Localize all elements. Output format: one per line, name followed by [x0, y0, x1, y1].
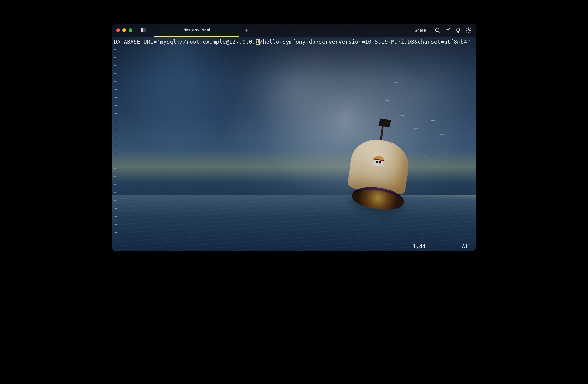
vim-empty-line: ~ [113, 173, 475, 181]
gear-icon[interactable] [466, 27, 472, 33]
vim-empty-line: ~ [113, 117, 475, 125]
vim-status-line: 1,44 All [113, 242, 475, 251]
vim-empty-line: ~ [113, 205, 475, 212]
new-tab-controls: + ⌄ [245, 27, 253, 33]
search-icon[interactable] [434, 27, 441, 33]
vim-empty-line: ~ [113, 189, 475, 197]
vim-empty-line: ~ [113, 101, 475, 109]
window-controls [116, 28, 132, 32]
vim-empty-line: ~ [113, 93, 475, 101]
vim-empty-line: ~ [113, 220, 475, 228]
vim-empty-line: ~ [113, 197, 475, 205]
new-tab-menu-button[interactable]: ⌄ [251, 28, 253, 32]
vim-empty-line: ~ [113, 78, 475, 85]
svg-point-2 [449, 28, 450, 29]
text-before-cursor: DATABASE_URL="mysql://root:example@127.0… [114, 39, 256, 45]
svg-point-3 [446, 31, 446, 32]
vim-empty-line: ~ [113, 133, 475, 141]
close-window-button[interactable] [116, 28, 120, 32]
svg-point-4 [468, 30, 470, 31]
title-bar: vim .env.local + ⌄ Share [112, 24, 476, 37]
terminal-window: vim .env.local + ⌄ Share DATABASE_URL="m… [112, 24, 476, 251]
bulb-icon[interactable] [455, 27, 461, 33]
vim-empty-line: ~ [113, 46, 475, 54]
svg-line-1 [439, 31, 440, 33]
vim-empty-line: ~ [113, 181, 475, 189]
split-panes-icon[interactable] [141, 28, 146, 32]
vim-cursor: 1 [256, 39, 260, 45]
vim-empty-line: ~ [113, 165, 475, 173]
tab-title: vim .env.local [183, 28, 210, 32]
text-after-cursor: /hello-symfony-db?serverVersion=10.5.19-… [260, 39, 470, 45]
new-tab-button[interactable]: + [245, 27, 248, 33]
vim-empty-line: ~ [113, 62, 475, 70]
vim-empty-line: ~ [113, 54, 475, 62]
vim-empty-line: ~ [113, 157, 475, 165]
vim-empty-line: ~ [113, 149, 475, 157]
tab-active[interactable]: vim .env.local [154, 24, 239, 37]
vim-empty-line: ~ [113, 125, 475, 133]
scroll-scope: All [462, 242, 472, 250]
vim-empty-line: ~ [113, 212, 475, 220]
terminal-viewport[interactable]: DATABASE_URL="mysql://root:example@127.0… [112, 37, 476, 251]
vim-empty-line: ~ [113, 141, 475, 149]
cursor-position: 1,44 [412, 242, 426, 250]
vim-empty-line: ~ [113, 228, 475, 236]
sparkle-icon[interactable] [445, 27, 451, 33]
vim-empty-line: ~ [113, 85, 475, 93]
file-content-line: DATABASE_URL="mysql://root:example@127.0… [113, 38, 475, 46]
vim-empty-line: ~ [113, 109, 475, 117]
minimize-window-button[interactable] [122, 28, 126, 32]
zoom-window-button[interactable] [129, 28, 132, 32]
share-button[interactable]: Share [415, 28, 426, 32]
vim-empty-line: ~ [113, 70, 475, 78]
